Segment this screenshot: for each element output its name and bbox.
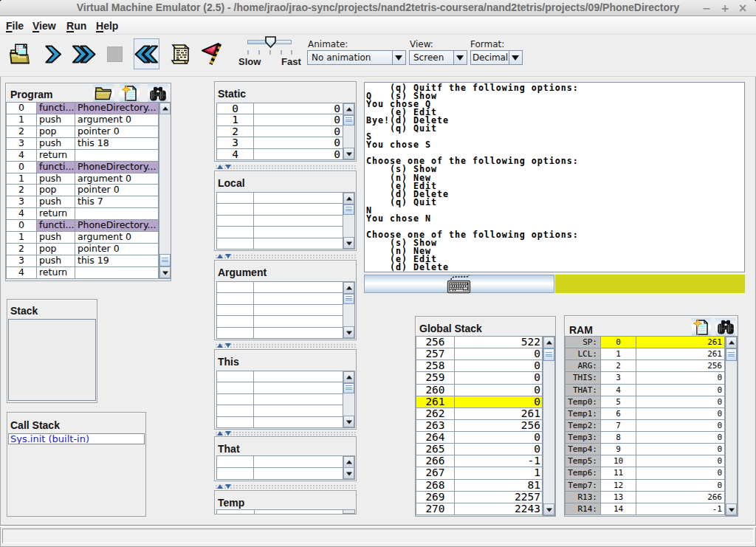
divider-expand-icon[interactable]	[225, 343, 231, 348]
program-row[interactable]: 0functi...PhoneDirectory...	[7, 162, 159, 173]
minimize-button[interactable]: −	[700, 1, 713, 15]
argument-row[interactable]	[217, 328, 343, 339]
global-stack-row[interactable]: 2580	[416, 360, 543, 372]
run-button[interactable]	[71, 38, 97, 69]
ram-search-button[interactable]	[715, 318, 735, 336]
ram-row[interactable]: Temp6:110	[566, 467, 726, 479]
this-row[interactable]	[217, 394, 343, 405]
scroll-up-arrow[interactable]	[543, 337, 554, 348]
ram-row[interactable]: THAT:40	[566, 385, 726, 396]
ram-row[interactable]: Temp3:80	[566, 432, 726, 444]
ram-scrollbar[interactable]	[725, 336, 738, 516]
divider-collapse-icon[interactable]	[217, 165, 223, 169]
ram-row[interactable]: R13:13266	[566, 492, 726, 503]
program-row[interactable]: 4return	[7, 150, 159, 162]
program-clear-button[interactable]	[120, 84, 140, 103]
chevron-down-icon[interactable]	[453, 51, 467, 64]
local-row[interactable]	[217, 204, 343, 215]
keyboard-input-bar[interactable]	[555, 275, 745, 293]
chevron-down-icon[interactable]	[392, 51, 405, 64]
scroll-down-arrow[interactable]	[343, 237, 354, 249]
scroll-up-arrow[interactable]	[343, 371, 354, 383]
ram-clear-button[interactable]	[692, 318, 711, 336]
scroll-down-arrow[interactable]	[343, 148, 354, 159]
scroll-down-arrow[interactable]	[159, 266, 171, 278]
scroll-down-arrow[interactable]	[726, 503, 737, 515]
that-scrollbar[interactable]	[343, 455, 355, 480]
global-stack-row[interactable]: 2702243	[416, 503, 543, 515]
global-stack-scrollbar[interactable]	[543, 336, 555, 516]
program-row[interactable]: 4return	[7, 267, 159, 279]
ram-row[interactable]: Temp0:50	[566, 396, 726, 408]
local-row[interactable]	[217, 238, 343, 250]
divider-expand-icon[interactable]	[225, 165, 231, 169]
menu-file[interactable]: File	[6, 20, 24, 32]
argument-row[interactable]	[217, 293, 343, 304]
program-row[interactable]: 2poppointer 0	[7, 126, 159, 138]
this-row[interactable]	[217, 371, 343, 382]
program-load-button[interactable]	[93, 84, 114, 103]
animate-select[interactable]: No animation	[307, 50, 406, 65]
local-row[interactable]	[217, 227, 343, 238]
local-row[interactable]	[217, 193, 343, 204]
chevron-down-icon[interactable]	[509, 51, 522, 64]
argument-scrollbar[interactable]	[343, 281, 355, 339]
scroll-thumb[interactable]	[343, 204, 354, 215]
ram-row[interactable]: R14:14-1	[566, 503, 726, 515]
scroll-down-arrow[interactable]	[343, 326, 354, 338]
global-stack-row[interactable]: 266-1	[416, 455, 543, 467]
static-row[interactable]: 00	[217, 103, 343, 114]
splitpane-divider[interactable]	[214, 484, 357, 489]
ram-row[interactable]: Temp5:100	[566, 455, 726, 467]
ram-row[interactable]: ARG:2256	[566, 360, 726, 372]
ram-row[interactable]: LCL:1261	[566, 348, 726, 360]
speed-slider-thumb[interactable]	[265, 36, 276, 48]
menu-run[interactable]: Run	[66, 20, 86, 32]
view-select[interactable]: Screen	[409, 50, 467, 65]
splitpane-divider[interactable]	[214, 343, 357, 348]
title-bar[interactable]: Virtual Machine Emulator (2.5) - /home/j…	[0, 0, 756, 16]
this-row[interactable]	[217, 382, 343, 393]
close-button[interactable]: ×	[736, 1, 749, 15]
ram-row[interactable]: Temp7:120	[566, 480, 726, 492]
program-row[interactable]: 2poppointer 0	[7, 244, 159, 255]
program-row[interactable]: 0functi...PhoneDirectory...	[7, 220, 159, 232]
ram-row[interactable]: Temp4:90	[566, 444, 726, 455]
scroll-up-arrow[interactable]	[343, 282, 354, 294]
program-row[interactable]: 3pushthis 19	[7, 255, 159, 267]
global-stack-row[interactable]: 2650	[416, 444, 543, 455]
ram-row[interactable]: Temp1:60	[566, 408, 726, 420]
format-select[interactable]: Decimal	[470, 50, 523, 65]
static-row[interactable]: 30	[217, 137, 343, 148]
reset-button[interactable]	[134, 38, 159, 69]
menu-help[interactable]: Help	[96, 20, 118, 32]
that-row[interactable]	[217, 468, 343, 480]
vm-code-button[interactable]	[167, 38, 195, 69]
this-scrollbar[interactable]	[343, 371, 355, 428]
divider-expand-icon[interactable]	[225, 254, 231, 258]
scroll-thumb[interactable]	[543, 348, 554, 361]
load-program-button[interactable]	[6, 38, 33, 69]
this-row[interactable]	[217, 405, 343, 416]
global-stack-row[interactable]: 2671	[416, 467, 543, 479]
this-row[interactable]	[217, 417, 343, 428]
stop-button[interactable]	[102, 38, 128, 69]
breakpoints-button[interactable]	[199, 38, 226, 69]
splitpane-divider[interactable]	[214, 253, 357, 258]
static-scrollbar[interactable]	[343, 103, 355, 160]
static-row[interactable]: 10	[217, 114, 343, 125]
splitpane-divider[interactable]	[214, 164, 357, 169]
global-stack-row[interactable]: 26881	[416, 480, 543, 492]
argument-row[interactable]	[217, 282, 343, 293]
scroll-thumb[interactable]	[343, 383, 354, 393]
static-row[interactable]: 40	[217, 149, 343, 160]
global-stack-row[interactable]: 2600	[416, 385, 543, 396]
argument-row[interactable]	[217, 305, 343, 316]
scroll-down-arrow[interactable]	[343, 467, 354, 479]
global-stack-row[interactable]: 262261	[416, 408, 543, 420]
scroll-thumb[interactable]	[343, 115, 354, 125]
that-row[interactable]	[217, 456, 343, 468]
temp-scrollbar[interactable]	[343, 509, 355, 514]
argument-row[interactable]	[217, 316, 343, 327]
program-row[interactable]: 3pushthis 7	[7, 196, 159, 208]
